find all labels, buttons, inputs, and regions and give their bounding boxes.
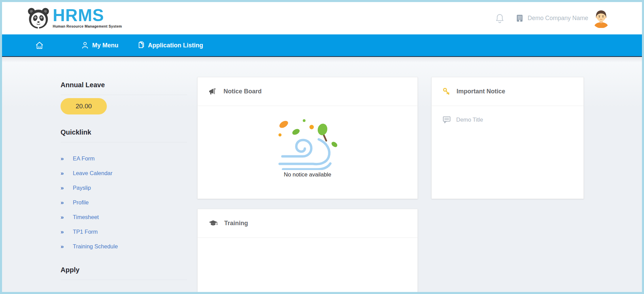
apply-heading: Apply <box>61 266 187 274</box>
quicklink-payslip[interactable]: Payslip <box>73 185 91 191</box>
list-item: » EA Form <box>61 151 187 166</box>
nav-my-menu-label: My Menu <box>92 42 118 49</box>
list-item: » TP1 Form <box>61 225 187 239</box>
quicklink-profile[interactable]: Profile <box>73 199 89 206</box>
user-avatar[interactable] <box>592 9 611 28</box>
important-notice-item-title: Demo Title <box>456 117 483 123</box>
important-notice-title: Important Notice <box>457 88 505 95</box>
quicklink-heading: Quicklink <box>61 128 187 136</box>
hrms-dashboard-page: HRMS Human Resource Management System <box>0 0 644 294</box>
company-name: Demo Company Name <box>528 15 588 22</box>
quicklink-training-schedule[interactable]: Training Schedule <box>73 243 118 250</box>
apply-section: Apply » Benefit Application <box>61 266 187 292</box>
quicklink-ea-form[interactable]: EA Form <box>73 155 95 162</box>
app-tagline: Human Resource Management System <box>53 25 122 28</box>
app-title: HRMS <box>53 7 122 24</box>
divider <box>61 280 187 280</box>
training-card: Training <box>197 209 418 292</box>
double-chevron-right-icon: » <box>61 243 73 250</box>
graduation-cap-icon <box>209 220 218 227</box>
double-chevron-right-icon: » <box>61 185 73 191</box>
list-item: » Benefit Application <box>61 289 187 292</box>
apply-list: » Benefit Application <box>61 289 187 292</box>
notice-board-body: No notice available <box>198 106 417 178</box>
copy-document-icon <box>136 41 145 50</box>
list-item: » Training Schedule <box>61 239 187 254</box>
double-chevron-right-icon: » <box>61 155 73 162</box>
nav-my-menu[interactable]: My Menu <box>81 41 118 50</box>
double-chevron-right-icon: » <box>61 229 73 235</box>
dashboard-content: Annual Leave 20.00 Quicklink » EA Form »… <box>2 57 642 292</box>
building-icon <box>515 14 524 22</box>
list-item: » Profile <box>61 195 187 210</box>
header-right-controls: Demo Company Name <box>495 9 611 28</box>
key-icon <box>443 88 450 96</box>
list-item: » Payslip <box>61 181 187 195</box>
brand-logo[interactable]: HRMS Human Resource Management System <box>26 7 122 30</box>
notice-board-card: Notice Board <box>197 77 418 199</box>
nav-application-listing[interactable]: Application Listing <box>136 41 203 50</box>
notice-board-header: Notice Board <box>198 77 417 106</box>
home-icon <box>35 41 44 50</box>
quicklink-list: » EA Form » Leave Calendar » Payslip » P… <box>61 151 187 254</box>
top-header: HRMS Human Resource Management System <box>2 2 642 34</box>
list-item: » Leave Calendar <box>61 166 187 181</box>
quicklink-timesheet[interactable]: Timesheet <box>73 214 99 220</box>
annual-leave-heading: Annual Leave <box>61 81 187 89</box>
brand-text: HRMS Human Resource Management System <box>53 7 122 28</box>
divider <box>61 142 187 142</box>
wind-leaves-illustration <box>273 118 343 170</box>
training-title: Training <box>224 220 248 227</box>
list-item: » Timesheet <box>61 210 187 225</box>
quicklink-section: Quicklink » EA Form » Leave Calendar » P… <box>61 128 187 254</box>
person-icon <box>81 41 89 50</box>
important-notice-item[interactable]: Demo Title <box>443 116 573 123</box>
panda-logo-icon <box>26 7 51 30</box>
bell-icon[interactable] <box>495 13 505 24</box>
main-navbar: My Menu Application Listing <box>2 34 642 57</box>
nav-application-listing-label: Application Listing <box>148 42 203 49</box>
sidebar: Annual Leave 20.00 Quicklink » EA Form »… <box>61 81 187 292</box>
megaphone-icon <box>209 88 217 95</box>
double-chevron-right-icon: » <box>61 214 73 221</box>
important-notice-card: Important Notice Demo Title <box>431 77 584 199</box>
important-notice-body: Demo Title <box>432 106 583 133</box>
training-header: Training <box>198 209 417 238</box>
notice-board-title: Notice Board <box>224 88 262 95</box>
quicklink-tp1-form[interactable]: TP1 Form <box>73 229 98 235</box>
double-chevron-right-icon: » <box>61 199 73 206</box>
quicklink-leave-calendar[interactable]: Leave Calendar <box>73 170 113 176</box>
annual-leave-balance-badge: 20.00 <box>61 98 107 114</box>
nav-home[interactable] <box>35 41 44 50</box>
comment-icon <box>443 116 451 123</box>
important-notice-header: Important Notice <box>432 77 583 106</box>
notice-board-empty-message: No notice available <box>284 171 331 178</box>
divider <box>61 95 187 95</box>
double-chevron-right-icon: » <box>61 170 73 177</box>
